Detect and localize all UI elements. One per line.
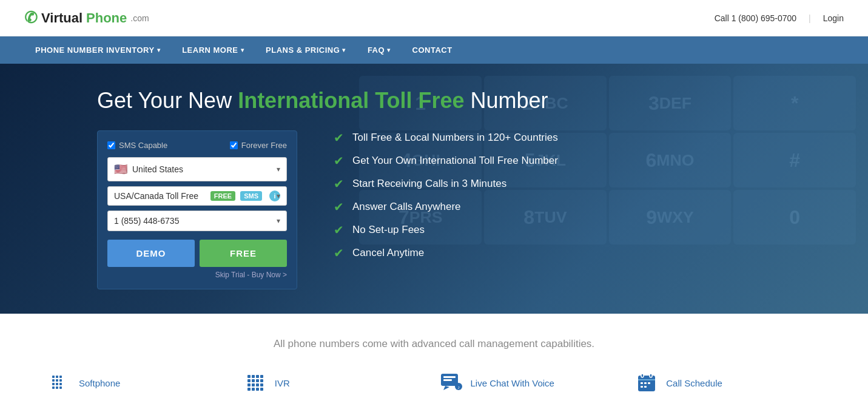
svg-rect-24 xyxy=(247,388,251,391)
capabilities-subtitle: All phone numbers come with advanced cal… xyxy=(49,338,819,350)
svg-rect-18 xyxy=(256,379,259,382)
hero-section: 1 2ABC 3DEF * 4GHI 5JKL 6MNO # 7PRS 8TUV… xyxy=(0,64,868,314)
nav-learn-more[interactable]: LEARN MORE ▾ xyxy=(171,36,255,64)
logo[interactable]: ✆ VirtualPhone.com xyxy=(24,8,149,27)
cap-softphone[interactable]: Softphone xyxy=(49,372,232,394)
forever-free-checkbox[interactable]: Forever Free xyxy=(230,141,287,150)
cap-call-schedule[interactable]: Call Schedule xyxy=(636,372,819,394)
svg-rect-5 xyxy=(59,379,62,382)
form-checkboxes: SMS Capable Forever Free xyxy=(107,141,287,150)
ivr-label: IVR xyxy=(275,378,290,388)
svg-rect-6 xyxy=(52,383,55,385)
svg-rect-38 xyxy=(644,382,647,384)
live-chat-label: Live Chat With Voice xyxy=(471,378,554,388)
check-icon: ✔ xyxy=(334,130,344,145)
svg-rect-11 xyxy=(59,386,62,389)
svg-rect-36 xyxy=(638,379,655,380)
svg-rect-34 xyxy=(641,374,644,377)
features-list: ✔ Toll Free & Local Numbers in 120+ Coun… xyxy=(334,130,558,260)
login-link[interactable]: Login xyxy=(823,13,844,23)
number-type-select-wrap[interactable]: USA/Canada Toll Free FREE SMS ▾ i xyxy=(107,186,287,206)
svg-rect-27 xyxy=(260,388,263,391)
nav-plans-pricing[interactable]: PLANS & PRICING ▾ xyxy=(255,36,357,64)
nav-phone-number-inventory[interactable]: PHONE NUMBER INVENTORY ▾ xyxy=(24,36,171,64)
check-icon: ✔ xyxy=(334,177,344,191)
skip-trial-link[interactable]: Skip Trial - Buy Now > xyxy=(107,271,287,279)
demo-button[interactable]: DEMO xyxy=(107,240,195,267)
signup-form: SMS Capable Forever Free 🇺🇸 United State… xyxy=(97,130,297,289)
svg-rect-1 xyxy=(56,376,58,378)
svg-rect-25 xyxy=(252,388,255,391)
svg-rect-9 xyxy=(52,386,55,389)
country-label: United States xyxy=(132,164,280,174)
free-button[interactable]: FREE xyxy=(200,240,287,267)
info-icon[interactable]: i xyxy=(269,191,280,201)
svg-rect-41 xyxy=(644,386,647,388)
free-badge: FREE xyxy=(210,191,235,201)
country-select-wrap[interactable]: 🇺🇸 United States ▾ xyxy=(107,157,287,181)
svg-rect-2 xyxy=(59,376,62,378)
check-icon: ✔ xyxy=(334,153,344,168)
svg-rect-39 xyxy=(648,382,650,384)
sms-badge: SMS xyxy=(240,191,262,201)
svg-rect-14 xyxy=(256,375,259,378)
logo-phone: Phone xyxy=(86,10,127,26)
svg-rect-12 xyxy=(247,375,251,378)
svg-rect-40 xyxy=(641,386,643,388)
svg-rect-19 xyxy=(260,379,263,382)
check-icon: ✔ xyxy=(334,200,344,214)
softphone-icon xyxy=(49,372,70,394)
chevron-down-icon: ▾ xyxy=(387,47,391,53)
nav-contact[interactable]: CONTACT xyxy=(402,36,463,64)
form-buttons: DEMO FREE xyxy=(107,240,287,267)
svg-rect-17 xyxy=(252,379,255,382)
list-item: ✔ Start Receiving Calls in 3 Minutes xyxy=(334,177,558,191)
check-icon: ✔ xyxy=(334,246,344,260)
ivr-icon xyxy=(244,372,266,394)
svg-rect-35 xyxy=(650,374,652,377)
capabilities-section: All phone numbers come with advanced cal… xyxy=(0,314,868,398)
top-right: Call 1 (800) 695-0700 | Login xyxy=(715,13,844,23)
svg-rect-4 xyxy=(56,379,58,382)
call-schedule-label: Call Schedule xyxy=(666,378,722,388)
list-item: ✔ Cancel Anytime xyxy=(334,246,558,260)
top-bar: ✆ VirtualPhone.com Call 1 (800) 695-0700… xyxy=(0,0,868,36)
phone-number-select-wrap[interactable]: 1 (855) 448-6735 ▾ xyxy=(107,211,287,231)
list-item: ✔ Toll Free & Local Numbers in 120+ Coun… xyxy=(334,130,558,145)
softphone-label: Softphone xyxy=(79,378,120,388)
hero-body: SMS Capable Forever Free 🇺🇸 United State… xyxy=(97,130,764,289)
svg-rect-10 xyxy=(56,386,58,389)
cap-ivr[interactable]: IVR xyxy=(244,372,428,394)
svg-rect-21 xyxy=(252,383,255,386)
list-item: ✔ No Set-up Fees xyxy=(334,223,558,237)
nav-faq[interactable]: FAQ ▾ xyxy=(357,36,402,64)
svg-rect-29 xyxy=(443,376,456,378)
chevron-down-icon: ▾ xyxy=(342,47,346,53)
logo-com: .com xyxy=(130,13,149,23)
list-item: ✔ Answer Calls Anywhere xyxy=(334,200,558,214)
svg-rect-22 xyxy=(256,383,259,386)
svg-rect-23 xyxy=(260,383,263,386)
svg-rect-20 xyxy=(247,383,251,386)
capabilities-grid: Softphone IVR xyxy=(49,372,819,398)
svg-rect-30 xyxy=(443,379,452,381)
svg-rect-3 xyxy=(52,379,55,382)
svg-rect-15 xyxy=(260,375,263,378)
sms-capable-checkbox[interactable]: SMS Capable xyxy=(107,141,167,150)
cap-live-chat[interactable]: ♪ Live Chat With Voice xyxy=(440,372,624,394)
logo-phone-icon: ✆ xyxy=(24,8,38,27)
chevron-down-icon: ▾ xyxy=(241,47,244,53)
list-item: ✔ Get Your Own International Toll Free N… xyxy=(334,153,558,168)
number-type-label: USA/Canada Toll Free xyxy=(114,191,206,201)
flag-icon: 🇺🇸 xyxy=(114,163,127,176)
chevron-down-icon: ▾ xyxy=(157,47,161,53)
svg-rect-16 xyxy=(247,379,251,382)
phone-number: Call 1 (800) 695-0700 xyxy=(715,13,796,23)
logo-virtual: Virtual xyxy=(41,10,82,26)
svg-rect-8 xyxy=(59,383,62,385)
svg-rect-7 xyxy=(56,383,58,385)
call-schedule-icon xyxy=(636,372,658,394)
svg-rect-37 xyxy=(641,382,643,384)
hero-title: Get Your New International Toll Free Num… xyxy=(97,88,764,113)
svg-text:♪: ♪ xyxy=(457,385,460,390)
